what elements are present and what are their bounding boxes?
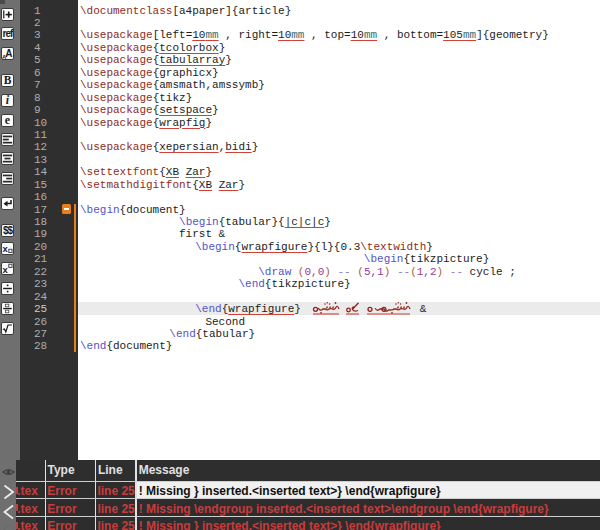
svg-text:A: A <box>2 53 7 59</box>
svg-text:x: x <box>3 243 9 254</box>
svg-text:x: x <box>3 264 9 275</box>
